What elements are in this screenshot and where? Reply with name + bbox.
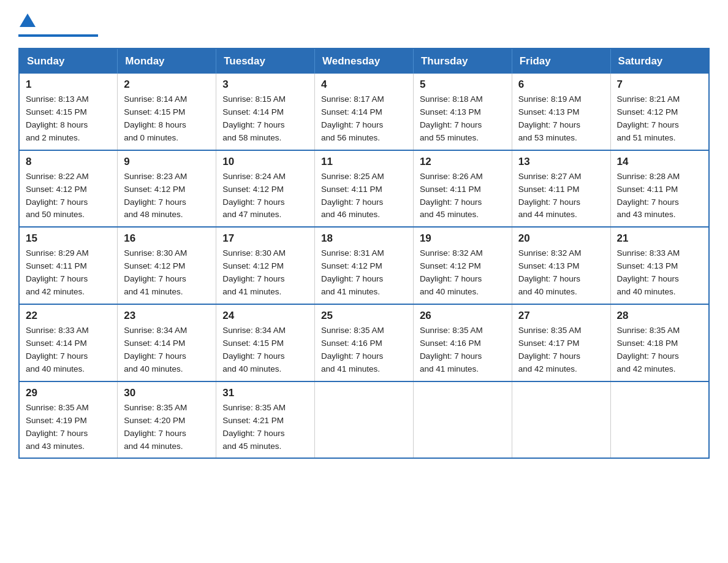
day-cell: 22 Sunrise: 8:33 AMSunset: 4:14 PMDaylig…	[19, 304, 118, 381]
day-cell: 26 Sunrise: 8:35 AMSunset: 4:16 PMDaylig…	[413, 304, 512, 381]
day-info: Sunrise: 8:29 AMSunset: 4:11 PMDaylight:…	[26, 248, 89, 296]
day-info: Sunrise: 8:32 AMSunset: 4:12 PMDaylight:…	[420, 248, 483, 296]
day-info: Sunrise: 8:15 AMSunset: 4:14 PMDaylight:…	[222, 94, 286, 142]
day-number: 14	[617, 156, 702, 168]
day-cell: 11 Sunrise: 8:25 AMSunset: 4:11 PMDaylig…	[315, 150, 414, 228]
day-number: 24	[222, 310, 308, 322]
week-row-3: 15 Sunrise: 8:29 AMSunset: 4:11 PMDaylig…	[19, 227, 709, 304]
day-cell: 18 Sunrise: 8:31 AMSunset: 4:12 PMDaylig…	[315, 227, 414, 304]
day-info: Sunrise: 8:18 AMSunset: 4:13 PMDaylight:…	[420, 94, 483, 142]
day-info: Sunrise: 8:28 AMSunset: 4:11 PMDaylight:…	[617, 172, 680, 220]
day-number: 12	[420, 156, 506, 168]
calendar-header-row: SundayMondayTuesdayWednesdayThursdayFrid…	[19, 48, 709, 74]
day-cell: 1 Sunrise: 8:13 AMSunset: 4:15 PMDayligh…	[19, 74, 118, 150]
day-number: 15	[26, 232, 111, 245]
day-cell: 28 Sunrise: 8:35 AMSunset: 4:18 PMDaylig…	[610, 304, 709, 381]
day-info: Sunrise: 8:26 AMSunset: 4:11 PMDaylight:…	[420, 172, 483, 220]
day-info: Sunrise: 8:35 AMSunset: 4:16 PMDaylight:…	[420, 326, 483, 373]
day-cell: 7 Sunrise: 8:21 AMSunset: 4:12 PMDayligh…	[610, 74, 709, 150]
day-cell	[413, 381, 512, 459]
day-number: 29	[26, 387, 111, 399]
day-cell: 9 Sunrise: 8:23 AMSunset: 4:12 PMDayligh…	[118, 150, 216, 228]
logo-underline	[18, 34, 98, 37]
col-header-tuesday: Tuesday	[216, 48, 315, 74]
day-info: Sunrise: 8:34 AMSunset: 4:14 PMDaylight:…	[124, 326, 187, 373]
day-cell: 10 Sunrise: 8:24 AMSunset: 4:12 PMDaylig…	[216, 150, 315, 228]
calendar-table: SundayMondayTuesdayWednesdayThursdayFrid…	[18, 48, 710, 459]
day-cell	[315, 381, 414, 459]
day-number: 7	[617, 79, 702, 91]
day-cell: 21 Sunrise: 8:33 AMSunset: 4:13 PMDaylig…	[610, 227, 709, 304]
day-cell: 24 Sunrise: 8:34 AMSunset: 4:15 PMDaylig…	[216, 304, 315, 381]
day-cell: 31 Sunrise: 8:35 AMSunset: 4:21 PMDaylig…	[216, 381, 315, 459]
col-header-wednesday: Wednesday	[315, 48, 414, 74]
day-info: Sunrise: 8:33 AMSunset: 4:13 PMDaylight:…	[617, 248, 680, 296]
day-number: 30	[124, 387, 210, 399]
col-header-saturday: Saturday	[610, 48, 709, 74]
day-number: 28	[617, 310, 702, 322]
day-cell: 14 Sunrise: 8:28 AMSunset: 4:11 PMDaylig…	[610, 150, 709, 228]
day-info: Sunrise: 8:21 AMSunset: 4:12 PMDaylight:…	[617, 94, 680, 142]
day-number: 22	[26, 310, 111, 322]
day-cell: 20 Sunrise: 8:32 AMSunset: 4:13 PMDaylig…	[512, 227, 610, 304]
day-cell: 6 Sunrise: 8:19 AMSunset: 4:13 PMDayligh…	[512, 74, 610, 150]
day-info: Sunrise: 8:35 AMSunset: 4:21 PMDaylight:…	[222, 403, 286, 451]
day-info: Sunrise: 8:23 AMSunset: 4:12 PMDaylight:…	[124, 172, 187, 220]
day-cell: 5 Sunrise: 8:18 AMSunset: 4:13 PMDayligh…	[413, 74, 512, 150]
day-number: 16	[124, 232, 210, 245]
day-cell: 13 Sunrise: 8:27 AMSunset: 4:11 PMDaylig…	[512, 150, 610, 228]
day-info: Sunrise: 8:19 AMSunset: 4:13 PMDaylight:…	[518, 94, 582, 142]
day-number: 26	[420, 310, 506, 322]
day-info: Sunrise: 8:35 AMSunset: 4:20 PMDaylight:…	[124, 403, 187, 451]
logo-triangle-icon	[19, 12, 36, 28]
day-info: Sunrise: 8:35 AMSunset: 4:17 PMDaylight:…	[518, 326, 582, 373]
day-number: 5	[420, 79, 506, 91]
day-info: Sunrise: 8:33 AMSunset: 4:14 PMDaylight:…	[26, 326, 89, 373]
day-info: Sunrise: 8:30 AMSunset: 4:12 PMDaylight:…	[222, 248, 286, 296]
logo	[18, 12, 98, 37]
day-number: 10	[222, 156, 308, 168]
week-row-1: 1 Sunrise: 8:13 AMSunset: 4:15 PMDayligh…	[19, 74, 709, 150]
page-header	[18, 12, 710, 37]
day-cell	[610, 381, 709, 459]
day-info: Sunrise: 8:22 AMSunset: 4:12 PMDaylight:…	[26, 172, 89, 220]
col-header-sunday: Sunday	[19, 48, 118, 74]
day-number: 11	[321, 156, 407, 168]
day-cell: 8 Sunrise: 8:22 AMSunset: 4:12 PMDayligh…	[19, 150, 118, 228]
day-cell: 30 Sunrise: 8:35 AMSunset: 4:20 PMDaylig…	[118, 381, 216, 459]
day-info: Sunrise: 8:14 AMSunset: 4:15 PMDaylight:…	[124, 94, 187, 142]
day-info: Sunrise: 8:34 AMSunset: 4:15 PMDaylight:…	[222, 326, 286, 373]
day-cell: 15 Sunrise: 8:29 AMSunset: 4:11 PMDaylig…	[19, 227, 118, 304]
day-cell	[512, 381, 610, 459]
day-cell: 16 Sunrise: 8:30 AMSunset: 4:12 PMDaylig…	[118, 227, 216, 304]
day-cell: 23 Sunrise: 8:34 AMSunset: 4:14 PMDaylig…	[118, 304, 216, 381]
day-info: Sunrise: 8:35 AMSunset: 4:18 PMDaylight:…	[617, 326, 680, 373]
day-number: 1	[26, 79, 111, 91]
svg-marker-0	[20, 13, 36, 27]
day-number: 2	[124, 79, 210, 91]
col-header-friday: Friday	[512, 48, 610, 74]
day-info: Sunrise: 8:31 AMSunset: 4:12 PMDaylight:…	[321, 248, 384, 296]
day-cell: 17 Sunrise: 8:30 AMSunset: 4:12 PMDaylig…	[216, 227, 315, 304]
day-cell: 19 Sunrise: 8:32 AMSunset: 4:12 PMDaylig…	[413, 227, 512, 304]
day-cell: 3 Sunrise: 8:15 AMSunset: 4:14 PMDayligh…	[216, 74, 315, 150]
day-number: 3	[222, 79, 308, 91]
day-cell: 25 Sunrise: 8:35 AMSunset: 4:16 PMDaylig…	[315, 304, 414, 381]
day-number: 4	[321, 79, 407, 91]
col-header-monday: Monday	[118, 48, 216, 74]
day-cell: 12 Sunrise: 8:26 AMSunset: 4:11 PMDaylig…	[413, 150, 512, 228]
day-number: 19	[420, 232, 506, 245]
day-info: Sunrise: 8:35 AMSunset: 4:16 PMDaylight:…	[321, 326, 384, 373]
day-cell: 4 Sunrise: 8:17 AMSunset: 4:14 PMDayligh…	[315, 74, 414, 150]
day-number: 6	[518, 79, 604, 91]
day-number: 13	[518, 156, 604, 168]
day-number: 27	[518, 310, 604, 322]
day-number: 23	[124, 310, 210, 322]
day-number: 9	[124, 156, 210, 168]
day-info: Sunrise: 8:32 AMSunset: 4:13 PMDaylight:…	[518, 248, 582, 296]
day-info: Sunrise: 8:13 AMSunset: 4:15 PMDaylight:…	[26, 94, 89, 142]
day-number: 8	[26, 156, 111, 168]
day-info: Sunrise: 8:35 AMSunset: 4:19 PMDaylight:…	[26, 403, 89, 451]
day-number: 17	[222, 232, 308, 245]
day-number: 21	[617, 232, 702, 245]
